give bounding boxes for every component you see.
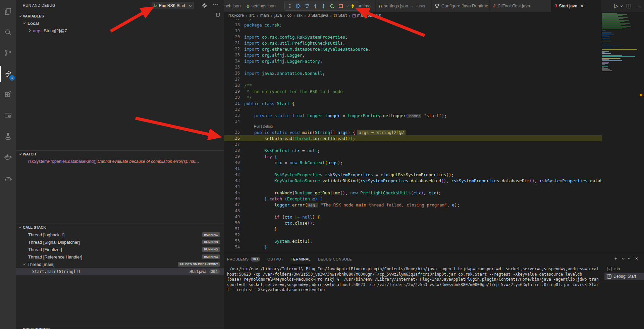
panel-tab-output[interactable]: OUTPUT (267, 253, 283, 265)
breadcrumb-item[interactable]: co (287, 13, 291, 18)
new-terminal-icon[interactable]: + (614, 256, 617, 261)
stop-icon[interactable] (337, 2, 344, 10)
code-line-18[interactable]: 18package co.rsk; (224, 22, 602, 28)
run-java-button[interactable]: ▷ (614, 3, 622, 9)
tab-clitoolstest-java[interactable]: JCliToolsTest.java (490, 0, 551, 12)
code-line-26[interactable]: 26import javax.annotation.Nonnull; (224, 70, 602, 76)
call-stack-thread-row[interactable]: Thread [Signal Dispatcher]RUNNING (16, 238, 224, 246)
activity-item-testing[interactable] (0, 128, 16, 144)
code-line-54[interactable]: 54 } (224, 244, 602, 250)
code-line-32[interactable]: 32 (224, 106, 602, 112)
activity-item-source-control[interactable] (0, 45, 16, 61)
tab-nch-json[interactable]: nch.json (224, 0, 243, 12)
step-out-icon[interactable] (320, 2, 327, 10)
tab-settings-json[interactable]: {}settings.json~/.../User (376, 0, 432, 12)
call-stack-thread-row[interactable]: Thread [Finalizer]RUNNING (16, 246, 224, 253)
more-actions-icon[interactable]: ··· (636, 3, 641, 9)
call-stack-section-header[interactable]: CALL STACK (16, 224, 224, 230)
code-line-29[interactable]: 29 * The entrypoint for the RSK full nod… (224, 88, 602, 94)
close-icon[interactable]: × (581, 3, 583, 9)
code-line-31[interactable]: 31public class Start { (224, 100, 602, 106)
split-editor-icon[interactable] (627, 4, 631, 8)
restart-icon[interactable] (329, 2, 335, 10)
watch-section-header[interactable]: WATCH (16, 150, 224, 157)
code-line-36[interactable]: 36 setUpThread(Thread.currentThread()); (224, 135, 602, 141)
activity-item-docker[interactable] (0, 149, 16, 165)
code-line-22[interactable]: 22import org.ethereum.datasource.KeyValu… (224, 46, 602, 52)
code-line-34[interactable]: 34 (224, 119, 602, 125)
breadcrumb[interactable]: rskj-core›src›main›java›co›rsk›JStart.ja… (224, 12, 644, 19)
code-line-27[interactable]: 27 (224, 76, 602, 82)
code-editor[interactable]: 17 */18package co.rsk;1920import co.rsk.… (224, 19, 602, 253)
code-line-37[interactable]: 37 (224, 141, 602, 147)
code-line-21[interactable]: 21import co.rsk.util.PreflightChecksUtil… (224, 40, 602, 46)
panel-tab-problems[interactable]: PROBLEMS1K+ (227, 253, 260, 265)
breadcrumb-item[interactable]: main(String[]) (357, 13, 381, 18)
breadcrumb-item[interactable]: main (260, 13, 269, 18)
call-stack-thread-row[interactable]: Thread [Reference Handler]RUNNING (16, 253, 224, 261)
code-line-44[interactable]: 44 (224, 184, 602, 190)
activity-item-search[interactable] (0, 24, 16, 40)
code-line-28[interactable]: 28/** (224, 82, 602, 88)
code-line-49[interactable]: 49 if (ctx != null) { (224, 214, 602, 220)
stack-frame-row[interactable]: Start.main(String[]) Start.java 36:1 (16, 268, 224, 275)
chevron-down-icon[interactable] (346, 4, 348, 7)
chevron-down-icon[interactable] (622, 256, 625, 259)
breadcrumb-item[interactable]: java (274, 13, 282, 18)
variables-scope-local[interactable]: Local (16, 19, 224, 27)
gear-icon[interactable] (202, 3, 207, 8)
breadcrumb-item[interactable]: rsk (297, 13, 302, 18)
code-line-17[interactable]: 17 */ (224, 19, 602, 22)
activity-item-remote-explorer[interactable] (0, 107, 16, 124)
terminal-instance-zsh[interactable]: >zsh (604, 265, 644, 273)
code-line-41[interactable]: 41 (224, 166, 602, 172)
code-line-48[interactable]: 48 (224, 208, 602, 214)
activity-item-extensions[interactable] (0, 87, 16, 103)
variable-args-row[interactable]: args : String[2]@7 (16, 27, 224, 34)
code-line-40[interactable]: 40 ctx = new RskContext(args); (224, 159, 602, 166)
code-line-30[interactable]: 30 */ (224, 94, 602, 100)
code-line-20[interactable]: 20import co.rsk.config.RskSystemProperti… (224, 34, 602, 40)
call-stack-thread-row[interactable]: Thread [main]PAUSED ON BREAKPOINT (16, 261, 224, 268)
code-line-19[interactable]: 19 (224, 28, 602, 34)
call-stack-thread-row[interactable]: Thread [logback-1]RUNNING (16, 231, 224, 238)
code-line-43[interactable]: 43 KeyValueDataSource.validateDbKind(rsk… (224, 178, 602, 184)
tab-configure-java-runtime[interactable]: Configure Java Runtime (432, 0, 490, 12)
chevron-down-icon[interactable] (189, 4, 192, 6)
close-panel-icon[interactable]: × (635, 256, 638, 261)
code-line-23[interactable]: 23import org.slf4j.Logger; (224, 52, 602, 58)
code-line-51[interactable]: 51 } (224, 226, 602, 232)
watch-expression-row[interactable]: rskSystemProperties.databaseKind(): Cann… (16, 158, 224, 165)
hot-code-replace-icon[interactable] (349, 2, 356, 10)
code-line-38[interactable]: 38 RskContext ctx = null; (224, 147, 602, 153)
launch-config-button[interactable]: ▷ Run RSK Start (152, 2, 194, 9)
code-line-35[interactable]: 35 public static void main(String[] args… (224, 129, 602, 135)
step-into-icon[interactable] (312, 2, 319, 10)
continue-icon[interactable] (295, 2, 302, 10)
minimap[interactable] (602, 13, 637, 72)
breadcrumb-item[interactable]: Start.java (311, 13, 328, 18)
activity-item-gradle[interactable] (0, 170, 16, 186)
panel-tab-debug-console[interactable]: DEBUG CONSOLE (318, 253, 352, 265)
code-lens-run-debug[interactable]: Run | Debug (224, 125, 602, 129)
breakpoints-section-header[interactable]: BREAKPOINTS (16, 326, 224, 329)
breadcrumb-item[interactable]: rskj-core (228, 13, 244, 18)
code-line-46[interactable]: 46 } catch (Exception e) { (224, 196, 602, 202)
maximize-panel-icon[interactable] (628, 257, 630, 260)
code-line-39[interactable]: 39 try { (224, 153, 602, 159)
terminal-output[interactable]: /usr/bin/env /Library/Internet\ Plug-Ins… (227, 267, 603, 293)
code-line-42[interactable]: 42 RskSystemProperties rskSystemProperti… (224, 172, 602, 178)
code-line-53[interactable]: 53 System.exit(1); (224, 238, 602, 244)
activity-item-run-and-debug[interactable]: 1 (0, 66, 16, 82)
code-line-45[interactable]: 45 runNode(Runtime.getRuntime(), new Pre… (224, 190, 602, 196)
step-over-icon[interactable] (304, 2, 310, 10)
terminal-instance-debug-start[interactable]: ✲Debug: Start (604, 273, 644, 280)
activity-item-explorer[interactable] (0, 3, 16, 19)
code-line-33[interactable]: 33 private static final Logger logger = … (224, 112, 602, 119)
code-line-24[interactable]: 24import org.slf4j.LoggerFactory; (224, 58, 602, 64)
panel-tab-terminal[interactable]: TERMINAL (291, 253, 311, 265)
breadcrumb-item[interactable]: Start (338, 13, 347, 18)
code-line-50[interactable]: 50 ctx.close(); (224, 220, 602, 226)
more-actions-icon[interactable]: ··· (213, 1, 219, 7)
variables-section-header[interactable]: VARIABLES (16, 13, 224, 19)
